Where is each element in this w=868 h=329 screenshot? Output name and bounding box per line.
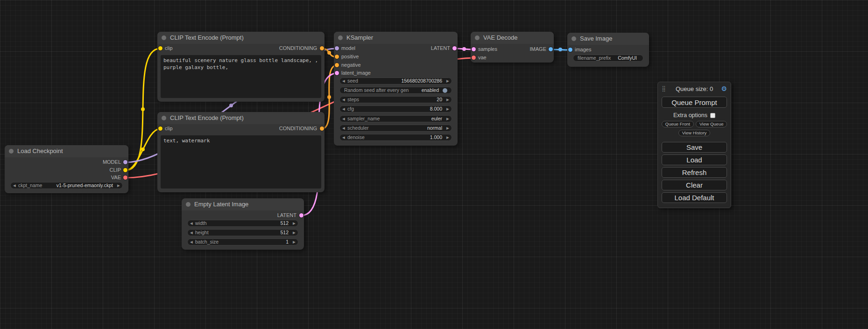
node-ksampler[interactable]: KSampler model LATENT positive negative … xyxy=(334,32,458,146)
node-title-bar[interactable]: Load Checkpoint xyxy=(5,145,128,157)
cfg-widget[interactable]: ◀ cfg 8.000 ▶ xyxy=(339,105,452,112)
widget-label: width xyxy=(195,221,207,226)
seed-widget[interactable]: ◀ seed 156680208700286 ▶ xyxy=(339,77,452,84)
input-slot-vae[interactable] xyxy=(472,56,476,60)
collapse-dot-icon[interactable] xyxy=(475,35,480,40)
node-title-bar[interactable]: CLIP Text Encode (Prompt) xyxy=(157,112,325,124)
height-widget[interactable]: ◀ height 512 ▶ xyxy=(187,229,298,236)
negative-prompt-textarea[interactable]: text, watermark xyxy=(161,135,321,189)
decrement-arrow-icon[interactable]: ◀ xyxy=(340,107,347,111)
node-vae-decode[interactable]: VAE Decode samples IMAGE vae xyxy=(471,32,554,63)
load-default-button[interactable]: Load Default xyxy=(662,192,727,203)
input-slot-clip[interactable] xyxy=(158,46,162,50)
width-widget[interactable]: ◀ width 512 ▶ xyxy=(187,220,298,227)
collapse-dot-icon[interactable] xyxy=(572,36,576,41)
decrement-arrow-icon[interactable]: ◀ xyxy=(11,184,18,188)
widget-value: v1-5-pruned-emaonly.ckpt xyxy=(42,183,115,188)
queue-front-button[interactable]: Queue Front xyxy=(662,121,694,127)
refresh-button[interactable]: Refresh xyxy=(662,167,727,178)
random-seed-toggle-widget[interactable]: Random seed after every gen enabled xyxy=(339,87,452,94)
batch-size-widget[interactable]: ◀ batch_size 1 ▶ xyxy=(187,238,298,245)
decrement-arrow-icon[interactable]: ◀ xyxy=(188,231,195,235)
save-button[interactable]: Save xyxy=(662,142,727,153)
filename-prefix-widget[interactable]: filename_prefix ComfyUI xyxy=(573,55,643,62)
node-empty-latent-image[interactable]: Empty Latent Image LATENT ◀ width 512 ▶ … xyxy=(182,198,304,250)
increment-arrow-icon[interactable]: ▶ xyxy=(444,136,452,140)
settings-gear-icon[interactable]: ⚙ xyxy=(721,85,727,92)
input-slot-images[interactable] xyxy=(568,48,572,52)
increment-arrow-icon[interactable]: ▶ xyxy=(444,79,452,83)
toggle-dot-icon[interactable] xyxy=(443,88,447,93)
ckpt-name-widget[interactable]: ◀ ckpt_name v1-5-pruned-emaonly.ckpt ▶ xyxy=(10,182,123,189)
input-slot-latent-image[interactable] xyxy=(335,71,339,75)
view-history-button[interactable]: View History xyxy=(678,130,711,136)
scheduler-widget[interactable]: ◀ scheduler normal ▶ xyxy=(339,125,452,132)
node-title: VAE Decode xyxy=(483,34,517,41)
node-clip-text-encode-positive[interactable]: CLIP Text Encode (Prompt) clip CONDITION… xyxy=(157,32,325,102)
collapse-dot-icon[interactable] xyxy=(186,202,191,207)
decrement-arrow-icon[interactable]: ◀ xyxy=(340,136,347,140)
positive-prompt-textarea[interactable]: beautiful scenery nature glass bottle la… xyxy=(161,55,321,98)
widget-label: seed xyxy=(347,78,358,84)
input-slot-negative[interactable] xyxy=(335,63,339,67)
queue-prompt-button[interactable]: Queue Prompt xyxy=(662,97,727,108)
node-save-image[interactable]: Save Image images filename_prefix ComfyU… xyxy=(567,33,649,67)
increment-arrow-icon[interactable]: ▶ xyxy=(115,184,122,188)
decrement-arrow-icon[interactable]: ◀ xyxy=(340,79,347,83)
output-slot-model[interactable] xyxy=(123,160,127,164)
node-clip-text-encode-negative[interactable]: CLIP Text Encode (Prompt) clip CONDITION… xyxy=(157,112,325,192)
link-midpoint-dot xyxy=(229,104,233,107)
node-title-bar[interactable]: VAE Decode xyxy=(471,32,554,44)
decrement-arrow-icon[interactable]: ◀ xyxy=(188,240,195,244)
denoise-widget[interactable]: ◀ denoise 1.000 ▶ xyxy=(339,134,452,141)
input-slot-model[interactable] xyxy=(335,46,339,50)
increment-arrow-icon[interactable]: ▶ xyxy=(290,222,298,225)
output-label-conditioning: CONDITIONING xyxy=(279,45,317,51)
drag-handle-icon[interactable]: ⣿ xyxy=(662,85,666,92)
graph-canvas[interactable]: { "colors": { "model": "#B39DDB", "clip"… xyxy=(0,0,868,329)
widget-value: enabled xyxy=(409,88,441,93)
decrement-arrow-icon[interactable]: ◀ xyxy=(340,98,347,102)
increment-arrow-icon[interactable]: ▶ xyxy=(444,126,452,130)
steps-widget[interactable]: ◀ steps 20 ▶ xyxy=(339,96,452,103)
decrement-arrow-icon[interactable]: ◀ xyxy=(340,117,347,121)
node-title-bar[interactable]: Empty Latent Image xyxy=(182,198,304,210)
increment-arrow-icon[interactable]: ▶ xyxy=(290,240,298,244)
node-title-bar[interactable]: KSampler xyxy=(334,32,458,44)
node-title: CLIP Text Encode (Prompt) xyxy=(170,34,244,41)
node-title-bar[interactable]: CLIP Text Encode (Prompt) xyxy=(157,32,325,44)
input-slot-clip[interactable] xyxy=(158,126,162,131)
output-slot-vae[interactable] xyxy=(123,175,127,180)
widget-label: ckpt_name xyxy=(18,183,42,188)
output-slot-latent[interactable] xyxy=(452,46,457,50)
decrement-arrow-icon[interactable]: ◀ xyxy=(340,126,347,130)
decrement-arrow-icon[interactable]: ◀ xyxy=(188,222,195,225)
collapse-dot-icon[interactable] xyxy=(338,35,343,40)
collapse-dot-icon[interactable] xyxy=(162,116,166,120)
output-slot-image[interactable] xyxy=(549,47,553,51)
comfy-menu-panel[interactable]: ⣿ Queue size: 0 ⚙ Queue Prompt Extra opt… xyxy=(657,82,731,208)
extra-options-checkbox[interactable] xyxy=(710,113,715,118)
input-label-clip: clip xyxy=(165,126,173,131)
increment-arrow-icon[interactable]: ▶ xyxy=(444,117,452,121)
node-load-checkpoint[interactable]: Load Checkpoint MODEL CLIP VAE ◀ ckpt_na… xyxy=(5,145,128,193)
output-slot-conditioning[interactable] xyxy=(320,46,324,50)
link-midpoint-dot xyxy=(141,107,145,111)
input-slot-positive[interactable] xyxy=(335,55,339,59)
clear-button[interactable]: Clear xyxy=(662,180,727,190)
output-slot-clip[interactable] xyxy=(123,168,127,172)
load-button[interactable]: Load xyxy=(662,154,727,165)
increment-arrow-icon[interactable]: ▶ xyxy=(290,231,298,235)
sampler-name-widget[interactable]: ◀ sampler_name euler ▶ xyxy=(339,115,452,122)
widget-value: 512 xyxy=(209,230,290,235)
output-slot-conditioning[interactable] xyxy=(320,126,324,131)
view-queue-button[interactable]: View Queue xyxy=(696,121,727,127)
collapse-dot-icon[interactable] xyxy=(9,149,14,154)
output-slot-latent[interactable] xyxy=(299,213,303,217)
node-title-bar[interactable]: Save Image xyxy=(567,33,649,45)
increment-arrow-icon[interactable]: ▶ xyxy=(444,107,452,111)
input-slot-samples[interactable] xyxy=(472,47,476,51)
collapse-dot-icon[interactable] xyxy=(162,35,166,40)
widget-label: denoise xyxy=(347,135,365,140)
increment-arrow-icon[interactable]: ▶ xyxy=(444,98,452,102)
